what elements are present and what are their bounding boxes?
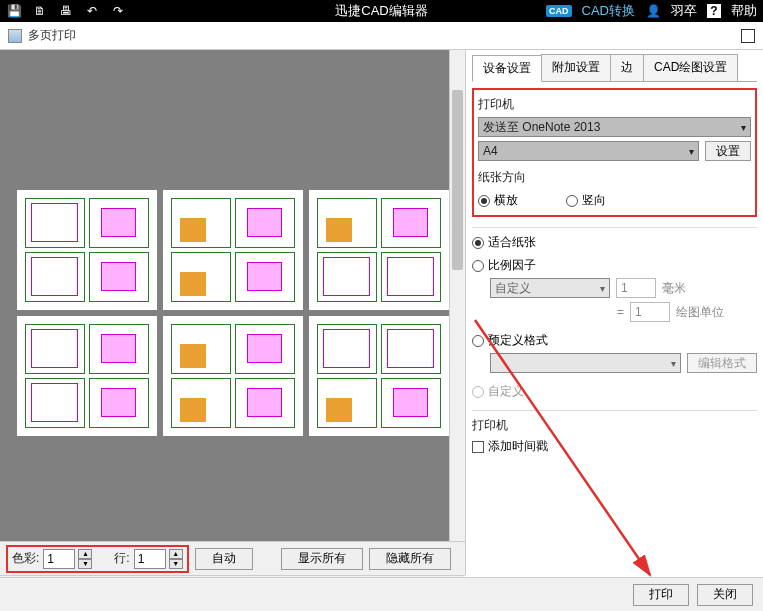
close-button[interactable]: 关闭	[697, 584, 753, 606]
user-name: 羽卒	[671, 2, 697, 20]
tab-device[interactable]: 设备设置	[472, 55, 542, 82]
spin-up-icon[interactable]: ▲	[169, 549, 183, 559]
scale-unit-field: 1	[630, 302, 670, 322]
chevron-down-icon: ▾	[689, 146, 694, 157]
chevron-down-icon: ▾	[600, 283, 605, 294]
color-spinner[interactable]: 1	[43, 549, 75, 569]
orientation-h-label: 横放	[494, 192, 518, 209]
help-label[interactable]: 帮助	[731, 2, 757, 20]
fit-paper-label: 适合纸张	[488, 234, 536, 251]
custom-radio-label: 自定义	[488, 383, 524, 400]
undo-icon[interactable]: ↶	[84, 3, 100, 19]
spin-down-icon[interactable]: ▼	[78, 559, 92, 569]
scale-factor-label: 比例因子	[488, 257, 536, 274]
sheet[interactable]	[17, 316, 157, 436]
row-label: 行:	[114, 550, 129, 567]
scale-factor-radio[interactable]: 比例因子	[472, 257, 757, 274]
tab-additional[interactable]: 附加设置	[541, 54, 611, 81]
titlebar-left: 💾 🗎 🖶 ↶ ↷	[0, 3, 126, 19]
checkbox-unchecked-icon	[472, 441, 484, 453]
color-label: 色彩:	[12, 550, 39, 567]
app-titlebar: 💾 🗎 🖶 ↶ ↷ 迅捷CAD编辑器 CAD CAD转换 👤 羽卒 ? 帮助	[0, 0, 763, 22]
timestamp-checkbox[interactable]: 添加时间戳	[472, 438, 757, 455]
custom-radio: 自定义	[472, 383, 757, 400]
tab-edge[interactable]: 边	[610, 54, 644, 81]
printer-config-button[interactable]: 设置	[705, 141, 751, 161]
printer-redbox: 打印机 发送至 OneNote 2013 ▾ A4 ▾ 设置 纸张方向 横放	[472, 88, 757, 217]
draw-unit: 绘图单位	[676, 304, 724, 321]
printer-device-combo[interactable]: 发送至 OneNote 2013 ▾	[478, 117, 751, 137]
orientation-horizontal-radio[interactable]: 横放	[478, 192, 518, 209]
paper-size-value: A4	[483, 144, 498, 158]
printer-device-value: 发送至 OneNote 2013	[483, 119, 600, 136]
save-pdf-icon[interactable]: 🗎	[32, 3, 48, 19]
spin-up-icon[interactable]: ▲	[78, 549, 92, 559]
orientation-vertical-radio[interactable]: 竖向	[566, 192, 606, 209]
dialog-footer: 打印 关闭	[0, 577, 763, 611]
radio-unchecked-icon	[472, 335, 484, 347]
preview-area	[0, 50, 465, 575]
dialog-titlebar: 多页打印	[0, 22, 763, 50]
auto-button[interactable]: 自动	[195, 548, 253, 570]
chevron-down-icon: ▾	[741, 122, 746, 133]
save-icon[interactable]: 💾	[6, 3, 22, 19]
spin-down-icon[interactable]: ▼	[169, 559, 183, 569]
radio-checked-icon	[472, 237, 484, 249]
fit-paper-radio[interactable]: 适合纸张	[472, 234, 757, 251]
tab-cad-draw[interactable]: CAD绘图设置	[643, 54, 738, 81]
printer-label: 打印机	[478, 96, 751, 113]
paper-size-combo[interactable]: A4 ▾	[478, 141, 699, 161]
app-title: 迅捷CAD编辑器	[335, 2, 427, 20]
radio-unchecked-icon	[472, 260, 484, 272]
edit-format-button: 编辑格式	[687, 353, 757, 373]
settings-tabs: 设备设置 附加设置 边 CAD绘图设置	[472, 54, 757, 82]
printer2-label: 打印机	[472, 417, 757, 434]
preview-pane	[0, 50, 465, 575]
predefined-combo: ▾	[490, 353, 681, 373]
sheet[interactable]	[163, 190, 303, 310]
scale-custom-value: 自定义	[495, 280, 531, 297]
timestamp-label: 添加时间戳	[488, 438, 548, 455]
dialog-icon	[8, 29, 22, 43]
scale-mm-field: 1	[616, 278, 656, 298]
print-button[interactable]: 打印	[633, 584, 689, 606]
main-area: 设备设置 附加设置 边 CAD绘图设置 打印机 发送至 OneNote 2013…	[0, 50, 763, 575]
redo-icon[interactable]: ↷	[110, 3, 126, 19]
sheet[interactable]	[309, 316, 449, 436]
hide-all-button[interactable]: 隐藏所有	[369, 548, 451, 570]
show-all-button[interactable]: 显示所有	[281, 548, 363, 570]
orientation-label: 纸张方向	[478, 169, 751, 186]
radio-checked-icon	[478, 195, 490, 207]
mm-unit: 毫米	[662, 280, 686, 297]
radio-unchecked-icon	[566, 195, 578, 207]
print-icon[interactable]: 🖶	[58, 3, 74, 19]
sheet[interactable]	[163, 316, 303, 436]
dialog-title: 多页打印	[28, 27, 76, 44]
user-icon[interactable]: 👤	[645, 3, 661, 19]
orientation-v-label: 竖向	[582, 192, 606, 209]
preview-sheets	[17, 190, 449, 436]
scale-custom-combo: 自定义 ▾	[490, 278, 610, 298]
settings-pane: 设备设置 附加设置 边 CAD绘图设置 打印机 发送至 OneNote 2013…	[465, 50, 763, 575]
titlebar-right: CAD CAD转换 👤 羽卒 ? 帮助	[546, 2, 757, 20]
eq-label: =	[610, 305, 624, 319]
sheet[interactable]	[17, 190, 157, 310]
sheet[interactable]	[309, 190, 449, 310]
predefined-format-label: 预定义格式	[488, 332, 548, 349]
maximize-icon[interactable]	[741, 29, 755, 43]
radio-unchecked-icon	[472, 386, 484, 398]
help-icon[interactable]: ?	[707, 4, 721, 18]
cad-convert-link[interactable]: CAD转换	[582, 2, 635, 20]
chevron-down-icon: ▾	[671, 358, 676, 369]
grid-redbox: 色彩: 1 ▲▼ 行: 1 ▲▼	[6, 545, 189, 573]
preview-footer: 色彩: 1 ▲▼ 行: 1 ▲▼ 自动 显示所有 隐藏所有	[0, 541, 465, 575]
predefined-format-radio[interactable]: 预定义格式	[472, 332, 757, 349]
row-spinner[interactable]: 1	[134, 549, 166, 569]
cad-badge-icon: CAD	[546, 5, 572, 17]
preview-scrollbar-v[interactable]	[449, 50, 465, 575]
